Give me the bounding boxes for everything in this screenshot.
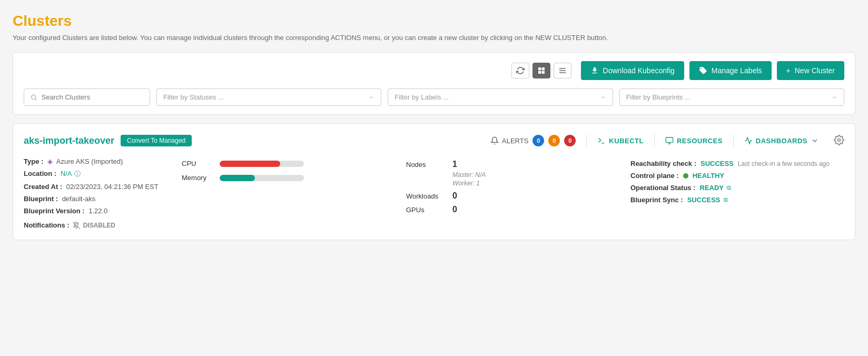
location-info-icon: ⓘ	[74, 170, 81, 177]
dashboards-button[interactable]: DASHBOARDS	[744, 136, 819, 145]
blueprint-version-row: Blueprint Version : 1.22.0	[24, 207, 171, 215]
cluster-card: aks-import-takeover Convert To Managed A…	[13, 123, 855, 240]
svg-rect-5	[559, 70, 566, 71]
manage-labels-button[interactable]: Manage Labels	[689, 61, 772, 80]
memory-row: Memory	[182, 174, 396, 182]
blueprint-row: Blueprint : default-aks	[24, 195, 171, 203]
bell-icon	[490, 136, 499, 145]
cluster-header: aks-import-takeover Convert To Managed A…	[24, 134, 844, 147]
svg-rect-3	[541, 71, 544, 74]
toolbar-card: Download Kubeconfig Manage Labels + New …	[13, 52, 855, 115]
chevron-down-icon	[368, 94, 374, 101]
bell-off-icon	[73, 222, 80, 229]
search-clusters-input[interactable]	[42, 93, 143, 101]
svg-point-13	[838, 139, 841, 141]
search-clusters-input-wrapper[interactable]	[24, 88, 150, 106]
svg-rect-6	[559, 72, 566, 73]
svg-rect-0	[538, 67, 541, 70]
filter-blueprints-dropdown[interactable]: Filter by Blueprints ...	[619, 88, 844, 106]
cpu-progress-fill	[220, 161, 280, 167]
filter-labels-dropdown[interactable]: Filter by Labels ...	[388, 88, 613, 106]
divider	[586, 134, 587, 147]
health-dot	[683, 173, 688, 179]
blueprint-sync-row: Blueprint Sync : SUCCESS ⧉	[630, 196, 844, 204]
svg-rect-10	[666, 137, 673, 142]
filter-bar: Filter by Statuses ... Filter by Labels …	[24, 88, 844, 106]
filter-statuses-dropdown[interactable]: Filter by Statuses ...	[156, 88, 381, 106]
alerts-label: ALERTS	[490, 136, 528, 145]
alert-badge-blue: 0	[532, 135, 544, 146]
memory-progress-fill	[220, 175, 255, 181]
cluster-actions: ALERTS 0 0 0 KUBECTL RESOURCES	[490, 134, 844, 147]
type-icon: ◈	[47, 157, 53, 165]
created-row: Created At : 02/23/2023, 04:21:36 PM EST	[24, 183, 171, 191]
page-container: Clusters Your configured Clusters are li…	[0, 0, 868, 253]
download-kubeconfig-button[interactable]: Download Kubeconfig	[581, 61, 684, 80]
cluster-nodes-section: Nodes 1 Master: N/A Worker: 1 Workloads …	[406, 157, 620, 229]
nodes-master: Master: N/A	[452, 171, 620, 179]
gear-icon	[834, 135, 844, 145]
chevron-down-icon	[831, 94, 837, 101]
terminal-icon	[597, 136, 606, 145]
new-cluster-button[interactable]: + New Cluster	[777, 61, 844, 80]
alert-badge-orange: 0	[548, 135, 560, 146]
operational-status-row: Operational Status : READY ⧉	[630, 184, 844, 192]
cpu-progress-bar	[220, 161, 304, 167]
search-icon	[31, 94, 37, 101]
grid-view-button[interactable]	[532, 63, 550, 78]
gpus-stat: GPUs 0	[406, 205, 620, 214]
nodes-worker: Worker: 1	[452, 180, 620, 187]
chevron-down-icon	[811, 136, 819, 145]
workloads-stat: Workloads 0	[406, 191, 620, 201]
cluster-resources-section: CPU Memory	[182, 157, 396, 229]
cluster-info-section: Type : ◈ Azure AKS (Imported) Location :…	[24, 157, 171, 229]
divider	[654, 134, 655, 147]
resources-button[interactable]: RESOURCES	[665, 136, 723, 145]
chart-icon	[744, 136, 753, 145]
settings-button[interactable]	[834, 135, 844, 147]
memory-progress-bar	[220, 175, 304, 181]
convert-to-managed-badge[interactable]: Convert To Managed	[121, 135, 192, 146]
external-link-icon[interactable]: ⧉	[724, 196, 728, 203]
cluster-status-section: Reachability check : SUCCESS Last check-…	[630, 157, 844, 229]
svg-line-14	[73, 222, 80, 229]
reachability-row: Reachability check : SUCCESS Last check-…	[630, 160, 844, 167]
page-title: Clusters	[13, 13, 855, 29]
divider	[733, 134, 734, 147]
svg-line-8	[35, 98, 36, 100]
page-subtitle: Your configured Clusters are listed belo…	[13, 34, 855, 42]
cpu-row: CPU	[182, 160, 396, 167]
type-row: Type : ◈ Azure AKS (Imported)	[24, 157, 171, 165]
svg-rect-4	[559, 68, 566, 68]
cluster-body: Type : ◈ Azure AKS (Imported) Location :…	[24, 157, 844, 229]
cluster-name: aks-import-takeover	[24, 135, 114, 146]
refresh-button[interactable]	[511, 63, 529, 78]
kubectl-button[interactable]: KUBECTL	[597, 136, 644, 145]
svg-point-7	[32, 95, 36, 99]
notifications-row: Notifications : DISABLED	[24, 221, 171, 229]
alerts-group: ALERTS 0 0 0	[490, 135, 576, 146]
alert-badge-red: 0	[564, 135, 576, 146]
chevron-down-icon	[600, 94, 606, 101]
view-toggle-group	[511, 63, 571, 78]
toolbar-top: Download Kubeconfig Manage Labels + New …	[24, 61, 844, 80]
resources-icon	[665, 136, 674, 145]
list-view-button[interactable]	[554, 63, 571, 78]
external-link-icon[interactable]: ⧉	[727, 184, 731, 191]
control-plane-row: Control plane : HEALTHY	[630, 172, 844, 180]
svg-rect-1	[541, 67, 544, 70]
nodes-stat: Nodes 1	[406, 160, 620, 169]
location-row: Location : N/A ⓘ	[24, 170, 171, 179]
svg-rect-2	[538, 71, 541, 74]
